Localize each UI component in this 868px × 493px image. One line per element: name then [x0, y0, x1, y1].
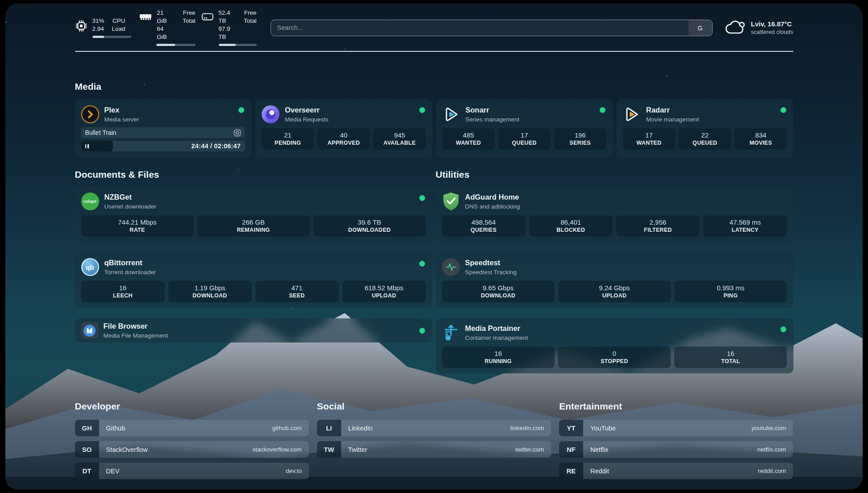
now-playing-row: Bullet Train	[81, 127, 246, 138]
service-name: AdGuard Home	[465, 193, 520, 202]
stat-wanted: 485 WANTED	[442, 128, 495, 150]
stat-total: 16 TOTAL	[674, 347, 787, 368]
bookmark-group-title: Social	[317, 401, 551, 412]
service-card-nzbget[interactable]: nzbget NZBGet Usenet downloader 744.21 M…	[75, 187, 432, 242]
bookmark-netflix[interactable]: NF Netflix netflix.com	[559, 441, 793, 458]
service-desc: Speedtest Tracking	[465, 269, 517, 276]
cpu-progress-bar	[92, 36, 131, 38]
bookmark-name: Reddit	[590, 468, 609, 475]
now-playing-title: Bullet Train	[85, 129, 117, 136]
disk-progress-bar	[219, 44, 257, 46]
service-desc: Movie management	[646, 116, 699, 123]
pause-icon[interactable]	[85, 144, 89, 148]
bookmark-abbr: LI	[317, 420, 341, 436]
filebrowser-icon	[81, 322, 98, 339]
bookmark-dev[interactable]: DT DEV dev.to	[75, 463, 309, 479]
stat-wanted: 17 WANTED	[623, 128, 675, 150]
service-name: Overseerr	[285, 106, 329, 115]
service-desc: Series management	[466, 116, 520, 123]
documents-column: Documents & Files nzbget NZBGet Usenet d…	[75, 169, 432, 373]
service-card-qbittorrent[interactable]: qb qBittorrent Torrent downloader 16 LEE…	[75, 253, 432, 308]
service-desc: Container management	[465, 334, 528, 341]
memory-widget: 21 GiB 64 GiB Free Total	[139, 9, 196, 47]
disk-total-value: 97.9 TB	[218, 25, 236, 41]
sonarr-icon	[442, 105, 460, 123]
service-card-sonarr[interactable]: Sonarr Series management 485 WANTED 17 Q…	[436, 99, 613, 158]
bookmark-github[interactable]: GH Github github.com	[75, 420, 309, 436]
stat-remaining: 266 GB REMAINING	[197, 215, 310, 237]
stat-queries: 498,564 QUERIES	[442, 215, 526, 237]
service-desc: DNS and adblocking	[465, 203, 520, 210]
service-name: Sonarr	[466, 106, 520, 115]
disk-free-label: Free	[244, 9, 257, 17]
status-dot	[419, 328, 425, 334]
bookmark-youtube[interactable]: YT YouTube youtube.com	[559, 420, 793, 436]
bookmark-name: LinkedIn	[348, 425, 373, 432]
plex-icon	[81, 105, 99, 123]
status-dot	[238, 107, 244, 113]
bookmark-linkedin[interactable]: LI LinkedIn linkedin.com	[317, 420, 551, 436]
media-cards-row: Plex Media server Bullet Train	[75, 99, 793, 158]
bookmark-url: reddit.com	[758, 468, 786, 474]
stat-pending: 21 PENDING	[262, 128, 314, 150]
radarr-icon	[623, 105, 641, 123]
disk-icon	[201, 12, 214, 22]
stat-approved: 40 APPROVED	[317, 128, 370, 150]
bookmark-abbr: NF	[559, 441, 583, 458]
stat-movies: 834 MOVIES	[734, 128, 787, 150]
dashboard-screen: 31% 2.94 CPU Load	[5, 4, 863, 489]
service-card-radarr[interactable]: Radarr Movie management 17 WANTED 22 QUE…	[617, 99, 793, 158]
weather-condition: scattered clouds	[751, 29, 793, 35]
stat-seed: 471 SEED	[255, 281, 339, 302]
top-bar: 31% 2.94 CPU Load	[75, 16, 793, 39]
service-name: Speedtest	[465, 259, 517, 267]
bookmark-reddit[interactable]: RE Reddit reddit.com	[559, 463, 793, 479]
bookmark-abbr: SO	[75, 441, 99, 458]
stat-leech: 16 LEECH	[81, 281, 165, 302]
bookmark-url: linkedin.com	[510, 425, 544, 431]
service-name: NZBGet	[104, 193, 156, 202]
stat-download: 9.65 Gbps DOWNLOAD	[442, 281, 555, 302]
service-card-plex[interactable]: Plex Media server Bullet Train	[75, 99, 252, 158]
service-name: qBittorrent	[104, 259, 156, 267]
bookmark-group-title: Developer	[75, 401, 309, 412]
memory-free-value: 21 GiB	[157, 9, 175, 25]
bookmark-url: youtube.com	[751, 425, 786, 431]
cpu-load-label: Load	[112, 25, 125, 33]
utilities-column: Utilities AdGuard Home	[436, 169, 793, 373]
service-card-speedtest[interactable]: Speedtest Speedtest Tracking 9.65 Gbps D…	[436, 253, 793, 308]
video-icon	[234, 129, 241, 137]
service-desc: Usenet downloader	[104, 203, 156, 210]
cpu-icon	[75, 20, 88, 32]
bookmark-url: netflix.com	[757, 446, 786, 453]
cpu-widget: 31% 2.94 CPU Load	[75, 17, 131, 38]
bookmark-name: Netflix	[590, 446, 608, 453]
service-card-overseerr[interactable]: Overseerr Media Requests 21 PENDING 40 A…	[255, 99, 432, 158]
service-name: Plex	[104, 106, 139, 115]
bookmark-group-social: Social LI LinkedIn linkedin.com TW Twitt…	[317, 401, 551, 479]
nzbget-icon: nzbget	[81, 192, 99, 210]
bookmark-stackoverflow[interactable]: SO StackOverflow stackoverflow.com	[75, 441, 309, 458]
bookmark-name: DEV	[106, 468, 120, 475]
stat-blocked: 86,401 BLOCKED	[529, 215, 613, 237]
bookmark-url: github.com	[272, 425, 302, 431]
playback-progress-fill	[81, 141, 113, 151]
playback-progress-bar[interactable]: 24:44 / 02:06:47	[81, 141, 246, 151]
bookmark-name: Github	[106, 425, 125, 432]
service-card-filebrowser[interactable]: File Browser Media File Management	[75, 318, 432, 343]
stat-download: 1.19 Gbps DOWNLOAD	[168, 281, 252, 302]
stat-rate: 744.21 Mbps RATE	[81, 215, 194, 237]
memory-progress-bar	[156, 44, 196, 46]
section-title-utilities: Utilities	[436, 169, 793, 180]
stat-stopped: 0 STOPPED	[558, 347, 671, 368]
memory-total-label: Total	[183, 17, 196, 25]
stat-downloaded: 39.6 TB DOWNLOADED	[313, 215, 426, 237]
search-input[interactable]	[271, 20, 713, 36]
bookmark-twitter[interactable]: TW Twitter twitter.com	[317, 441, 551, 458]
service-card-adguard[interactable]: AdGuard Home DNS and adblocking 498,564 …	[436, 187, 793, 242]
disk-total-label: Total	[244, 17, 257, 25]
stat-queued: 17 QUEUED	[498, 128, 551, 150]
search-provider-button[interactable]: G	[689, 20, 712, 36]
service-name: Media Portainer	[465, 324, 528, 333]
service-card-portainer[interactable]: Media Portainer Container management 16 …	[436, 318, 793, 373]
